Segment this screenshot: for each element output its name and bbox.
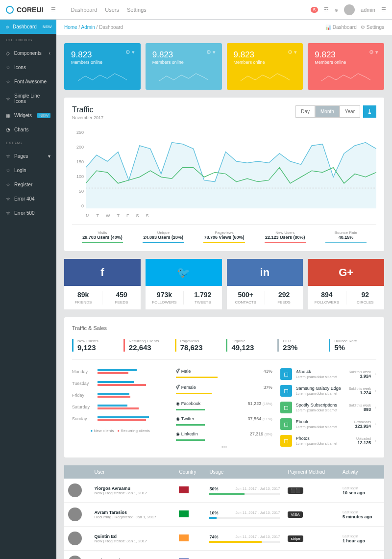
gear-icon[interactable]: ⚙ ▾ (125, 49, 135, 55)
sidebar-section-extras: EXTRAS (0, 137, 56, 149)
payment-icon: VISA (288, 511, 302, 518)
brand-logo[interactable]: COREUI (6, 6, 43, 14)
table-header: Activity (339, 465, 384, 479)
list-icon[interactable]: ☲ (324, 6, 329, 13)
username[interactable]: admin (361, 7, 375, 13)
btn-month[interactable]: Month (315, 105, 340, 118)
gear-icon[interactable]: ⚙ ▾ (369, 49, 378, 55)
nav-users[interactable]: Users (105, 7, 119, 13)
social-icon: in (227, 259, 303, 286)
social-card-li: in500+contacts292feeds (227, 259, 303, 309)
traffic-stat: Bounce Rate40.15% (316, 230, 376, 243)
social-card-fb: f89kfriends459feeds (64, 259, 141, 309)
stat-card-0: ⚙ ▾9.823Members online (64, 43, 141, 90)
day-row: Saturday (72, 401, 168, 413)
bc-settings-link[interactable]: ⚙ Settings (361, 25, 384, 30)
table-header: Payment Method (284, 465, 338, 479)
product-row: ◻PhotosLorem ipsum dolor sit ametUploade… (280, 432, 376, 449)
stat-label: Members online (234, 60, 296, 65)
ts-metric: Bounce Rate5% (329, 339, 376, 352)
product-row: ◻EbookLorem ipsum dolor sit ametDownload… (280, 416, 376, 432)
stat-label: Members online (152, 60, 215, 65)
table-header: Country (175, 465, 205, 479)
sidebar-500[interactable]: ☆ Error 500 (0, 206, 56, 220)
sidebar-dashboard[interactable]: ⌾ DashboardNEW (0, 20, 56, 34)
day-row: Monday (72, 366, 168, 378)
stat-card-2: ⚙ ▾9.823Members online (227, 43, 303, 90)
user-avatar[interactable] (344, 4, 355, 15)
sidebar-simpleline[interactable]: ☆ Simple Line Icons (0, 89, 56, 108)
sidebar-icons[interactable]: ☆ Icons (0, 60, 56, 75)
sidebar-components[interactable]: ◇ Components‹ (0, 46, 56, 60)
nav-settings[interactable]: Settings (127, 7, 147, 13)
table-header: User (91, 465, 175, 479)
stat-card-3: ⚙ ▾9.823Members online (308, 43, 384, 90)
location-icon[interactable]: ⎈ (335, 7, 338, 13)
flag-icon (179, 510, 189, 517)
users-table: UserCountryUsagePayment MethodActivity Y… (64, 465, 384, 559)
source-row: ◉ LinkedIn27,319 (8%) (176, 429, 272, 439)
payment-icon: ⬛⬛ (288, 487, 303, 494)
period-toggle: Day Month Year (295, 105, 360, 118)
sidebar: ⌾ DashboardNEW UI ELEMENTS ◇ Components‹… (0, 20, 56, 559)
table-header: Usage (205, 465, 284, 479)
download-button[interactable]: ⤓ (363, 105, 376, 118)
menu-icon[interactable]: ☰ (381, 6, 386, 13)
stat-value: 9.823 (315, 50, 377, 60)
sidebar-widgets[interactable]: ▦ WidgetsNEW (0, 108, 56, 123)
bc-dash-link[interactable]: 📊 Dashboard (325, 25, 357, 30)
user-avatar-icon (68, 508, 82, 521)
ts-metric: Recurring Clients22,643 (123, 339, 171, 352)
table-row[interactable]: Enéas KwadwoNew | Registered: Jan 1, 201… (64, 551, 384, 559)
notification-badge[interactable]: 5 (311, 7, 318, 13)
stat-card-1: ⚙ ▾9.823Members online (146, 43, 222, 90)
sidebar-charts[interactable]: ◔ Charts (0, 123, 56, 137)
user-avatar-icon (68, 556, 82, 559)
traffic-chart: 250200150100500 MTWTFSS (72, 130, 376, 218)
bc-current: Dashboard (99, 25, 123, 30)
day-row: Sunday (72, 413, 168, 425)
user-avatar-icon (68, 532, 82, 545)
stat-label: Members online (71, 60, 134, 65)
sidebar-login[interactable]: ☆ Login (0, 163, 56, 178)
table-row[interactable]: Yiorgos AvraamuNew | Registered: Jan 1, … (64, 479, 384, 503)
sidebar-register[interactable]: ☆ Register (0, 178, 56, 192)
social-icon: f (64, 259, 141, 286)
traffic-title: Traffic (72, 105, 103, 114)
stat-label: Members online (315, 60, 377, 65)
menu-toggle-icon[interactable]: ☰ (51, 6, 56, 13)
ts-metric: Pageviews78,623 (175, 339, 222, 352)
bc-admin[interactable]: Admin (81, 25, 95, 30)
sidebar-pages[interactable]: ☆ Pages▾ (0, 149, 56, 163)
sidebar-fontawesome[interactable]: ☆ Font Awesome (0, 75, 56, 89)
product-row: ◻Samsung Galaxy EdgeLorem ipsum dolor si… (280, 382, 376, 399)
social-card-tw: 🐦973kfollowers1.792tweets (146, 259, 222, 309)
btn-year[interactable]: Year (340, 105, 360, 118)
table-row[interactable]: Quintin EdNew | Registered: Jan 1, 2017 … (64, 527, 384, 551)
traffic-stat: New Users22.123 Users (80%) (255, 230, 316, 243)
user-avatar-icon (68, 483, 82, 497)
flag-icon (179, 534, 189, 541)
traffic-stat: Visits29.703 Users (40%) (72, 230, 133, 243)
table-row[interactable]: Avram TarasiosRecurring | Registered: Ja… (64, 503, 384, 527)
bc-home[interactable]: Home (64, 25, 77, 30)
table-header (64, 465, 91, 479)
gear-icon[interactable]: ⚙ ▾ (206, 49, 216, 55)
traffic-subtitle: November 2017 (72, 115, 103, 120)
ts-metric: Organic49,123 (226, 339, 273, 352)
traffic-stat: Unique24.093 Users (20%) (133, 230, 194, 243)
social-icon: 🐦 (146, 259, 222, 286)
day-row: Tuesday (72, 378, 168, 389)
ts-metric: New Clients9,123 (72, 339, 120, 352)
source-row: ◉ Twitter37,564 (11%) (176, 413, 272, 424)
sidebar-404[interactable]: ☆ Error 404 (0, 192, 56, 206)
btn-day[interactable]: Day (295, 105, 315, 118)
breadcrumb: Home / Admin / Dashboard 📊 Dashboard ⚙ S… (56, 20, 392, 35)
ts-metric: CTR23% (277, 339, 325, 352)
gear-icon[interactable]: ⚙ ▾ (288, 49, 297, 55)
product-row: ◻Spotify SubscriptionsLorem ipsum dolor … (280, 399, 376, 416)
nav-dashboard[interactable]: Dashboard (71, 7, 97, 13)
stat-value: 9.823 (152, 50, 215, 60)
payment-icon: stripe (288, 535, 303, 542)
traffic-stat: Pageviews78.706 Views (60%) (194, 230, 254, 243)
